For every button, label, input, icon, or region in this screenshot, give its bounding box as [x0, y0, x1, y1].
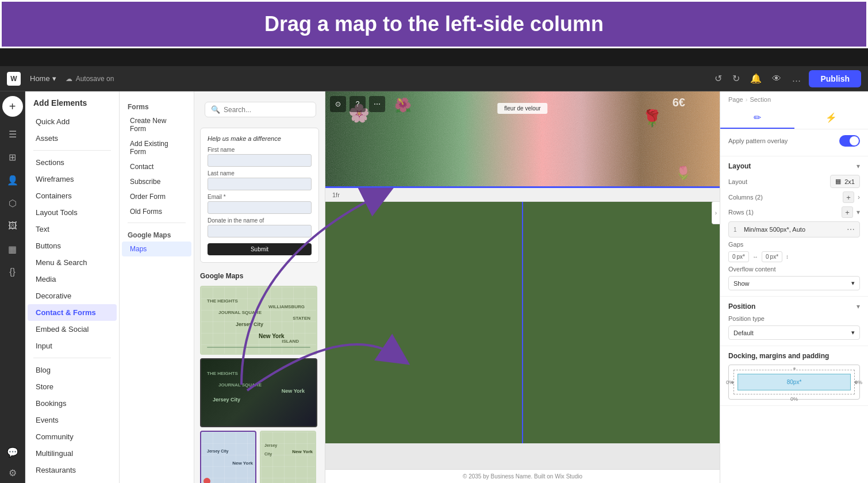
- elements-item-multilingual[interactable]: Multilingual: [28, 445, 117, 462]
- elements-item-bookings[interactable]: Bookings: [28, 395, 117, 412]
- form-field-label-last: Last name: [208, 170, 312, 177]
- row-more-button[interactable]: ⋯: [847, 225, 855, 234]
- two-column-section: [325, 202, 720, 443]
- layout-section: Layout ▾ Layout ▦ 2x1 Columns (2) + › Ro…: [720, 156, 868, 297]
- overflow-select[interactable]: Show ▾: [728, 276, 860, 290]
- breadcrumb-section: Section: [750, 96, 771, 103]
- forms-section-title: Forms: [120, 98, 194, 113]
- toolbar-home[interactable]: Home ▾: [30, 74, 56, 83]
- rows-add-btn[interactable]: +: [842, 206, 853, 218]
- rows-counter-row: Rows (1) + ▾: [728, 206, 860, 218]
- sidebar-chat-item[interactable]: 💬: [2, 442, 23, 462]
- position-type-select[interactable]: Default ▾: [728, 325, 860, 340]
- sidebar-code-item[interactable]: {}: [2, 262, 23, 282]
- columns-expand-arrow[interactable]: ›: [858, 193, 860, 201]
- gaps-inputs-row: 0 px* ↔ 0 px* ↕: [728, 251, 860, 262]
- toolbar-right: ↺ ↻ 🔔 👁 … Publish: [712, 70, 861, 87]
- layout-collapse-arrow[interactable]: ▾: [857, 162, 860, 170]
- sidebar-layers-item[interactable]: ⊞: [2, 147, 23, 167]
- gap-horizontal-input[interactable]: 0 px*: [728, 251, 749, 262]
- position-type-row: Position type: [728, 315, 860, 322]
- layout-type-label: Layout: [728, 178, 747, 185]
- elements-item-store[interactable]: Store: [28, 378, 117, 395]
- canvas-reset-icon[interactable]: ⊙: [330, 96, 346, 112]
- publish-button[interactable]: Publish: [809, 70, 861, 87]
- map-thumbnails-grid: Jersey City New York Jersey City New Yor…: [200, 431, 319, 483]
- elements-item-quick-add[interactable]: Quick Add: [28, 113, 117, 130]
- columns-counter-row: Columns (2) + ›: [728, 191, 860, 203]
- autosave-label: Autosave on: [76, 75, 114, 83]
- eye-icon[interactable]: 👁: [770, 71, 783, 86]
- props-panel-collapse-handle[interactable]: ›: [712, 201, 720, 224]
- map-thumbnail-small-1[interactable]: Jersey City New York: [200, 431, 256, 483]
- design-tab[interactable]: ✏: [720, 108, 794, 129]
- search-input[interactable]: [224, 106, 310, 114]
- elements-item-menu-search[interactable]: Menu & Search: [28, 254, 117, 271]
- position-type-value: Default: [733, 329, 754, 336]
- map-thumbnail-light-1[interactable]: THE HEIGHTS JOURNAL SQUARE Jersey City N…: [200, 286, 317, 355]
- spacing-diagram: 80px* 0% 0% 0%: [728, 365, 860, 400]
- canvas-footer: © 2035 by Business Name. Built on Wix St…: [325, 469, 720, 483]
- elements-item-events[interactable]: Events: [28, 412, 117, 428]
- elements-item-assets[interactable]: Assets: [28, 130, 117, 147]
- sidebar-apps-grid-item[interactable]: ▦: [2, 239, 23, 259]
- forms-order-form[interactable]: Order Form: [122, 189, 191, 204]
- canvas-help-icon[interactable]: ?: [349, 96, 366, 112]
- map-thumbnail-small-2[interactable]: Jersey City New York: [260, 431, 316, 483]
- canvas-more-icon[interactable]: ⋯: [369, 96, 385, 112]
- forms-add-existing[interactable]: Add Existing Form: [122, 136, 191, 159]
- form-submit-button[interactable]: Submit: [208, 243, 312, 255]
- elements-item-cms[interactable]: CMS: [28, 478, 117, 483]
- gap-vertical-input[interactable]: 0 px*: [762, 251, 782, 262]
- map-thumbnail-dark-1[interactable]: THE HEIGHTS JOURNAL SQUARE Jersey City N…: [200, 358, 317, 427]
- layout-select[interactable]: ▦ 2x1: [830, 175, 860, 188]
- elements-item-embed-social[interactable]: Embed & Social: [28, 321, 117, 338]
- form-field-donate: [208, 225, 312, 237]
- gap-arrow-v: ↕: [786, 254, 789, 260]
- elements-item-input[interactable]: Input: [28, 338, 117, 354]
- elements-panel-title: Add Elements: [25, 98, 119, 113]
- undo-icon[interactable]: ↺: [712, 71, 724, 86]
- position-type-label: Position type: [728, 315, 765, 322]
- elements-item-contact-forms[interactable]: Contact & Forms: [28, 304, 117, 321]
- more-icon[interactable]: …: [789, 71, 803, 86]
- add-element-button[interactable]: +: [2, 96, 23, 117]
- elements-item-buttons[interactable]: Buttons: [28, 237, 117, 254]
- rows-expand-arrow[interactable]: ▾: [857, 208, 860, 216]
- elements-item-text[interactable]: Text: [28, 221, 117, 237]
- properties-panel: Page › Section ✏ ⚡ Apply pattern overlay…: [720, 91, 868, 483]
- elements-item-containers[interactable]: Containers: [28, 187, 117, 204]
- position-collapse-arrow[interactable]: ▾: [857, 302, 860, 310]
- sidebar-settings-item[interactable]: ⚙: [2, 462, 23, 483]
- lightning-tab[interactable]: ⚡: [794, 108, 869, 129]
- forms-old-forms[interactable]: Old Forms: [122, 204, 191, 219]
- elements-item-restaurants[interactable]: Restaurants: [28, 462, 117, 478]
- sidebar-members-item[interactable]: 👤: [2, 170, 23, 190]
- pattern-overlay-toggle[interactable]: [839, 135, 860, 147]
- sidebar-app-item[interactable]: ⬡: [2, 193, 23, 213]
- spacing-section-header: Docking, margins and padding: [728, 352, 860, 360]
- elements-item-layout-tools[interactable]: Layout Tools: [28, 204, 117, 221]
- elements-item-blog[interactable]: Blog: [28, 362, 117, 378]
- elements-item-media[interactable]: Media: [28, 271, 117, 288]
- columns-add-btn[interactable]: +: [843, 191, 854, 203]
- columns-label: Columns (2): [728, 194, 839, 201]
- forms-contact[interactable]: Contact: [122, 159, 191, 174]
- notifications-icon[interactable]: 🔔: [748, 71, 764, 86]
- forms-subscribe[interactable]: Subscribe: [122, 174, 191, 189]
- forms-create-new[interactable]: Create New Form: [122, 113, 191, 136]
- elements-item-decorative[interactable]: Decorative: [28, 288, 117, 304]
- gap-h-value: 0: [732, 254, 736, 260]
- elements-item-community[interactable]: Community: [28, 428, 117, 445]
- elements-item-sections[interactable]: Sections: [28, 154, 117, 171]
- sidebar-media-item[interactable]: 🖼: [2, 216, 23, 236]
- forms-maps-item[interactable]: Maps: [122, 241, 191, 256]
- form-field-email: [208, 201, 312, 214]
- icon-sidebar: + ☰ ⊞ 👤 ⬡ 🖼 ▦ {} 💬 ⚙: [0, 91, 25, 483]
- position-section: Position ▾ Position type Default ▾: [720, 297, 868, 346]
- overflow-arrow: ▾: [851, 279, 855, 287]
- elements-item-wireframes[interactable]: Wireframes: [28, 171, 117, 187]
- sidebar-pages-item[interactable]: ☰: [2, 124, 23, 144]
- rows-label: Rows (1): [728, 209, 838, 216]
- redo-icon[interactable]: ↻: [730, 71, 742, 86]
